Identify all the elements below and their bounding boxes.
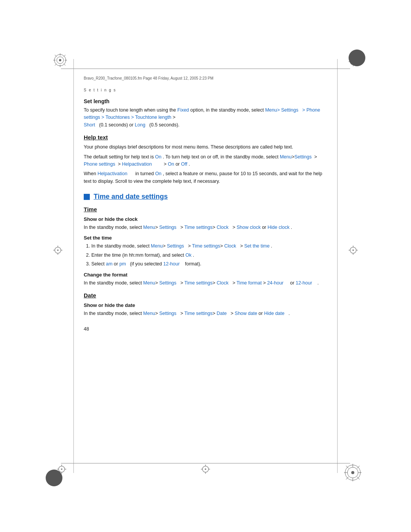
menu-link-4: Menu xyxy=(151,243,162,249)
menu-link-2: Menu xyxy=(280,154,292,160)
change-format-body: In the standby mode, select Menu> Settin… xyxy=(84,280,327,287)
showdate-link: Show date xyxy=(235,311,257,316)
ok-link: Ok xyxy=(185,252,191,258)
settings-link-6: Settings xyxy=(159,311,176,316)
helpact-link-2: Helpactivation xyxy=(97,171,127,176)
reg-mark-ml xyxy=(53,245,63,257)
time-heading: Time xyxy=(84,206,327,212)
set-length-body: To specify touch tone length when using … xyxy=(84,107,327,129)
menu-link-3: Menu xyxy=(143,225,155,230)
doc-header: Bravo_R200_Tracfone_080105.fm Page 48 Fr… xyxy=(84,76,327,81)
settings-link-5: Settings xyxy=(159,280,176,286)
helpact-link-1: Helpactivation xyxy=(122,161,152,167)
setthetime-link: Set the time xyxy=(244,243,270,249)
clock-link-3: Clock xyxy=(217,280,228,286)
show-hide-clock-body: In the standby mode, select Menu> Settin… xyxy=(84,224,327,231)
reg-mark-mr xyxy=(348,245,358,257)
on-link-3: On xyxy=(155,171,162,176)
reg-mark-tl xyxy=(53,53,68,69)
time-section: Time Show or hide the clock In the stand… xyxy=(84,206,327,287)
vline-right xyxy=(337,59,338,473)
clock-link-1: Clock xyxy=(217,225,228,230)
date-link: Date xyxy=(217,311,226,316)
clock-link-2: Clock xyxy=(224,243,236,249)
blue-square-icon xyxy=(84,194,90,200)
showclock-link-1: Show clock xyxy=(237,225,261,230)
12hour-link-1: 12-hour xyxy=(163,261,180,267)
short-link-1: Short xyxy=(84,122,95,128)
show-hide-date-heading: Show or hide the date xyxy=(84,302,327,308)
on-link-1: On xyxy=(155,154,162,160)
show-hide-clock-heading: Show or hide the clock xyxy=(84,216,327,222)
menu-link-5: Menu xyxy=(143,280,155,286)
settings-link-1: > Settings xyxy=(277,107,298,113)
pm-link: pm xyxy=(119,261,126,267)
timesettings-link-1: Time settings xyxy=(185,225,213,230)
help-text-body1: Your phone displays brief descriptions f… xyxy=(84,144,327,151)
date-heading: Date xyxy=(84,292,327,299)
svg-line-50 xyxy=(357,466,360,468)
date-section: Date Show or hide the date In the standb… xyxy=(84,292,327,317)
hideclock-link-1: Hide clock xyxy=(268,225,290,230)
svg-point-36 xyxy=(205,468,206,470)
long-link-1: Long xyxy=(135,122,145,128)
menu-link-6: Menu xyxy=(143,311,155,316)
section-label: S e t t i n g s xyxy=(84,88,327,92)
show-hide-date-section: Show or hide the date In the standby mod… xyxy=(84,302,327,317)
timesettings-link-4: Time settings xyxy=(185,311,213,316)
time-date-heading: Time and date settings xyxy=(94,193,168,201)
svg-line-48 xyxy=(346,466,349,468)
set-length-heading: Set length xyxy=(84,98,327,104)
set-time-list: In the standby mode, select Menu> Settin… xyxy=(91,243,327,268)
hidedate-link: Hide date xyxy=(264,311,285,316)
settings-link-3: Settings xyxy=(159,225,176,230)
fixed-link: Fixed xyxy=(177,107,189,113)
menu-link-1: Menu xyxy=(265,107,277,113)
off-link-1: Off xyxy=(181,161,187,167)
change-format-section: Change the format In the standby mode, s… xyxy=(84,272,327,287)
svg-point-2 xyxy=(59,59,61,61)
vline-left xyxy=(73,59,74,473)
svg-point-30 xyxy=(61,468,62,470)
help-text-heading: Help text xyxy=(84,134,327,141)
page-number: 48 xyxy=(84,326,327,332)
show-hide-date-body: In the standby mode, select Menu> Settin… xyxy=(84,310,327,317)
am-link: am xyxy=(106,261,112,267)
change-format-heading: Change the format xyxy=(84,272,327,278)
svg-line-51 xyxy=(346,477,349,479)
set-time-step2: Enter the time (in hh:mm format), and se… xyxy=(91,252,327,259)
help-text-section: Help text Your phone displays brief desc… xyxy=(84,134,327,185)
content-area: Bravo_R200_Tracfone_080105.fm Page 48 Fr… xyxy=(84,76,327,456)
set-time-section: Set the time In the standby mode, select… xyxy=(84,235,327,268)
settings-link-4: Settings xyxy=(167,243,184,249)
set-time-heading: Set the time xyxy=(84,235,327,241)
help-text-body2: The default setting for help text is On … xyxy=(84,153,327,168)
24hour-link: 24-hour xyxy=(267,280,284,286)
set-time-step3: Select am or pm (if you selected 12-hour… xyxy=(91,260,327,268)
reg-mark-bc xyxy=(200,464,211,476)
on-link-2: On xyxy=(168,161,174,167)
svg-line-49 xyxy=(357,477,360,479)
tonelength-link-1: > Touchtone length xyxy=(131,115,172,120)
phonesettings-link-2: Phone settings xyxy=(84,161,115,167)
settings-link-2: Settings xyxy=(295,154,312,160)
12hour-link-2: 12-hour xyxy=(296,280,312,286)
svg-point-18 xyxy=(57,249,59,251)
timesettings-link-3: Time settings xyxy=(185,280,213,286)
time-date-heading-section: Time and date settings xyxy=(84,193,327,201)
svg-point-24 xyxy=(352,249,354,251)
touchtones-link-1: > Touchtones xyxy=(102,115,130,120)
svg-point-43 xyxy=(351,471,354,474)
set-length-section: Set length To specify touch tone length … xyxy=(84,98,327,129)
hline-top xyxy=(61,69,350,69)
circle-bl xyxy=(46,470,62,486)
hline-bottom xyxy=(61,463,350,463)
page: Bravo_R200_Tracfone_080105.fm Page 48 Fr… xyxy=(0,0,411,532)
timesettings-link-2: Time settings xyxy=(192,243,220,249)
set-time-step1: In the standby mode, select Menu> Settin… xyxy=(91,243,327,250)
circle-tr xyxy=(349,50,365,66)
reg-mark-br xyxy=(343,463,362,483)
help-text-body3: When Helpactivation in turned On , selec… xyxy=(84,170,327,185)
show-hide-clock-section: Show or hide the clock In the standby mo… xyxy=(84,216,327,231)
timeformat-link: Time format xyxy=(236,280,261,286)
